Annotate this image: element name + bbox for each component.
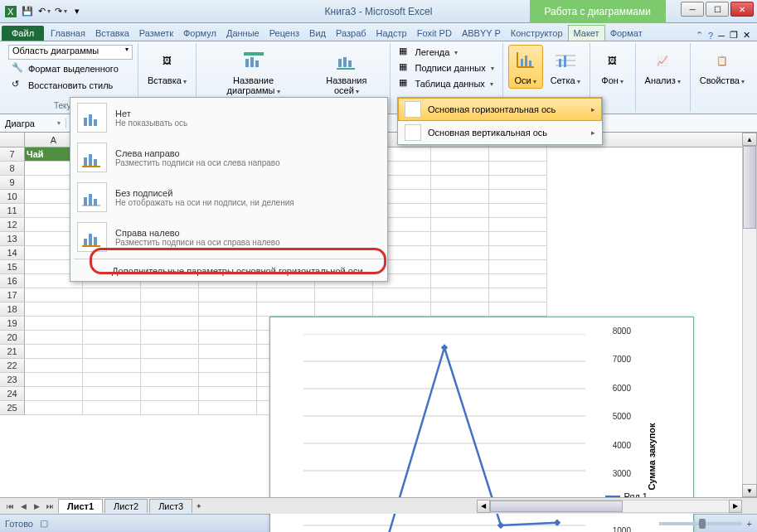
cell[interactable] [431, 302, 489, 317]
tab-addins[interactable]: Надстр [371, 26, 412, 41]
axis-option-ltr[interactable]: Слева направоРазместить подписи на оси с… [70, 138, 387, 177]
tab-chart-design[interactable]: Конструктор [506, 26, 568, 41]
row-header[interactable]: 16 [0, 274, 25, 288]
redo-icon[interactable]: ↷ [53, 4, 68, 19]
cell[interactable] [199, 345, 257, 359]
cell[interactable] [25, 359, 83, 373]
sheet-tab[interactable]: Лист1 [58, 499, 103, 513]
doc-close-icon[interactable]: ✕ [743, 30, 750, 41]
cell[interactable] [489, 162, 547, 176]
scroll-track[interactable] [490, 500, 729, 513]
cell[interactable] [431, 246, 489, 260]
row-header[interactable]: 25 [0, 401, 25, 415]
row-header[interactable]: 8 [0, 162, 25, 176]
cell[interactable] [25, 345, 83, 359]
sheet-nav-last[interactable]: ⏭ [43, 500, 56, 513]
cell[interactable] [25, 401, 83, 415]
tab-chart-format[interactable]: Формат [605, 26, 648, 41]
row-header[interactable]: 11 [0, 204, 25, 218]
scroll-up-button[interactable]: ▲ [742, 133, 757, 146]
axis-option-rtl[interactable]: Справа налевоРазместить подписи на оси с… [70, 217, 387, 257]
row-header[interactable]: 15 [0, 260, 25, 274]
tab-developer[interactable]: Разраб [331, 26, 371, 41]
row-header[interactable]: 9 [0, 176, 25, 190]
cell[interactable] [315, 288, 373, 302]
horizontal-scrollbar[interactable]: ◀ ▶ [477, 500, 742, 513]
sheet-nav-next[interactable]: ▶ [30, 500, 43, 513]
row-header[interactable]: 12 [0, 218, 25, 232]
cell[interactable] [373, 302, 431, 317]
row-header[interactable]: 21 [0, 345, 25, 359]
cell[interactable] [489, 190, 547, 204]
cell[interactable] [431, 232, 489, 246]
cell[interactable] [431, 148, 489, 162]
scroll-down-button[interactable]: ▼ [742, 484, 757, 497]
row-header[interactable]: 19 [0, 317, 25, 331]
cell[interactable] [431, 190, 489, 204]
background-button[interactable]: 🖼 Фон [595, 45, 630, 89]
minimize-button[interactable]: ─ [681, 2, 704, 17]
cell[interactable] [431, 274, 489, 288]
axis-option-no-labels[interactable]: Без подписейНе отображать на оси ни подп… [70, 177, 387, 217]
cell[interactable] [141, 401, 199, 415]
tab-foxit[interactable]: Foxit PD [412, 26, 457, 41]
cell[interactable] [199, 373, 257, 387]
scroll-right-button[interactable]: ▶ [729, 500, 742, 513]
primary-vertical-axis-item[interactable]: Основная вертикальная ось ▸ [398, 121, 602, 144]
cell[interactable] [489, 274, 547, 288]
cell[interactable] [431, 204, 489, 218]
cell[interactable] [199, 288, 257, 302]
axes-button[interactable]: Оси [508, 45, 543, 89]
cell[interactable] [83, 288, 141, 302]
tab-view[interactable]: Вид [304, 26, 331, 41]
row-header[interactable]: 24 [0, 387, 25, 401]
help-icon[interactable]: ? [708, 31, 713, 41]
name-box[interactable]: Диагра▾ [0, 118, 66, 128]
tab-home[interactable]: Главная [46, 26, 90, 41]
tab-review[interactable]: Реценз [264, 26, 304, 41]
cell[interactable] [83, 359, 141, 373]
axis-titles-button[interactable]: Названия осей [308, 45, 384, 99]
sheet-nav-prev[interactable]: ◀ [17, 500, 30, 513]
cell[interactable] [25, 302, 83, 317]
reset-style-button[interactable]: ↺Восстановить стиль [8, 78, 116, 93]
close-button[interactable]: ✕ [730, 2, 754, 17]
cell[interactable] [199, 331, 257, 345]
scroll-left-button[interactable]: ◀ [477, 500, 490, 513]
cell[interactable] [83, 373, 141, 387]
cell[interactable] [141, 359, 199, 373]
tab-data[interactable]: Данные [221, 26, 264, 41]
row-header[interactable]: 20 [0, 331, 25, 345]
cell[interactable] [199, 317, 257, 331]
cell[interactable] [141, 345, 199, 359]
insert-shapes-button[interactable]: 🖼 Вставка [143, 45, 191, 89]
gridlines-button[interactable]: Сетка [546, 45, 585, 89]
cell[interactable] [257, 302, 315, 317]
chart-title-button[interactable]: Название диаграммы [201, 45, 305, 99]
tab-abbyy[interactable]: ABBYY P [457, 26, 506, 41]
tab-formulas[interactable]: Формул [178, 26, 221, 41]
cell[interactable] [141, 331, 199, 345]
cell[interactable] [25, 317, 83, 331]
doc-minimize-icon[interactable]: ─ [718, 31, 725, 41]
row-header[interactable]: 13 [0, 232, 25, 246]
cell[interactable] [199, 387, 257, 401]
zoom-in-button[interactable]: + [747, 519, 752, 529]
cell[interactable] [431, 260, 489, 274]
cell[interactable] [489, 232, 547, 246]
cell[interactable] [141, 317, 199, 331]
sheet-nav-first[interactable]: ⏮ [3, 500, 17, 513]
scroll-track[interactable] [742, 146, 757, 484]
zoom-slider[interactable] [659, 522, 742, 525]
row-header[interactable]: 10 [0, 190, 25, 204]
cell[interactable] [199, 302, 257, 317]
vertical-scrollbar[interactable]: ▲ ▼ [742, 133, 757, 497]
scroll-thumb[interactable] [490, 501, 623, 512]
row-header[interactable]: 17 [0, 288, 25, 302]
cell[interactable] [25, 373, 83, 387]
axis-more-options[interactable]: Дополнительные параметры основной горизо… [70, 261, 387, 281]
new-sheet-button[interactable]: ✦ [192, 500, 206, 513]
cell[interactable] [257, 288, 315, 302]
cell[interactable] [25, 331, 83, 345]
maximize-button[interactable]: ☐ [706, 2, 729, 17]
